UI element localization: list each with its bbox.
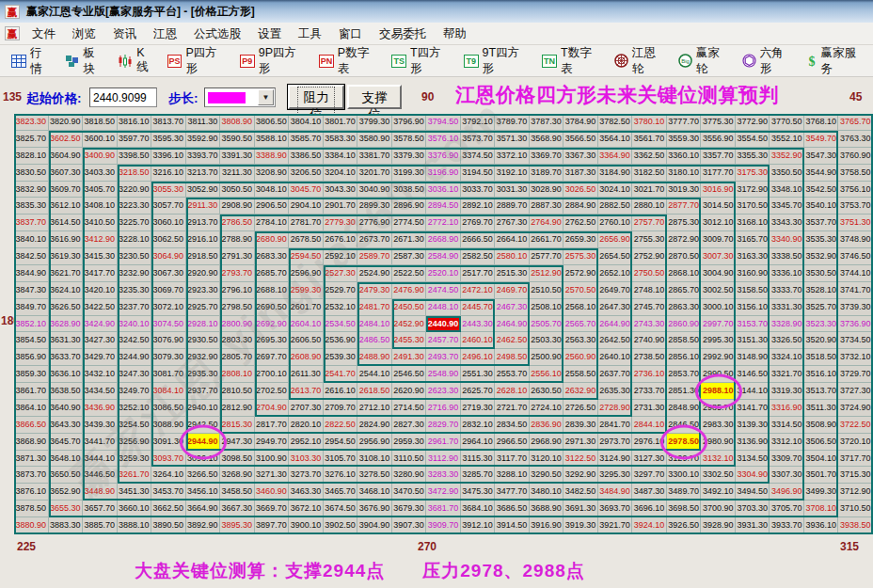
grid-cell: 3480.10 [530, 484, 564, 501]
grid-cell: 3048.10 [255, 182, 290, 199]
toolbar-item-3[interactable]: K线 [112, 43, 161, 78]
grid-cell: 3777.70 [667, 114, 702, 131]
grid-cell: 3916.90 [530, 517, 564, 534]
toolbar-item-12[interactable]: 六角形 [737, 42, 801, 80]
grid-cell: 3468.10 [357, 484, 392, 501]
grid-cell: 3427.30 [83, 332, 118, 349]
grid-cell: 3177.70 [701, 165, 736, 182]
grid-cell: 3225.70 [118, 215, 152, 231]
grid-cell: 3830.50 [14, 165, 49, 182]
grid-cell: 2884.90 [563, 198, 598, 215]
grid-cell: 2748.10 [632, 282, 667, 299]
step-dropdown[interactable]: ▼ [204, 87, 276, 107]
grid-cell: 2697.70 [255, 349, 290, 366]
toolbar-item-4[interactable]: PSP四方形 [162, 42, 234, 80]
grid-cell: 2676.10 [324, 231, 358, 248]
grid-cell: 2486.50 [357, 332, 392, 349]
grid-cell: 3664.90 [186, 501, 221, 517]
toolbar-item-2[interactable]: 板块 [59, 42, 113, 80]
grid-cell: 2978.50 [667, 434, 702, 451]
grid-cell: 2930.50 [186, 332, 221, 349]
toolbar-item-5[interactable]: P99P四方形 [234, 42, 313, 80]
grid-cell: 2772.10 [426, 215, 461, 231]
resistance-button[interactable]: 阻力位 [288, 85, 344, 109]
toolbar-item-10[interactable]: 江恩轮 [609, 42, 673, 80]
grid-cell: 2512.90 [530, 265, 564, 282]
grid-cell: 2971.30 [563, 434, 598, 451]
page-title: 江恩价格四方形未来关键位测算预判 [455, 82, 779, 108]
grid-cell: 2942.50 [186, 417, 221, 434]
grid-cell: 3650.50 [49, 467, 84, 484]
grid-cell: 3614.50 [49, 215, 84, 231]
toolbar-item-9[interactable]: TNT数字表 [536, 42, 609, 80]
menu-item-10[interactable]: 帮助 [435, 24, 475, 43]
grid-cell: 3141.70 [736, 400, 770, 417]
toolbar-item-6[interactable]: PNP数字表 [313, 42, 386, 80]
grid-cell: 3909.70 [426, 517, 461, 534]
grid-cell: 3165.70 [736, 231, 770, 248]
toolbar-item-7[interactable]: TST四方形 [386, 42, 458, 80]
grid-cell: 3513.70 [804, 383, 839, 400]
grid-cell: 3232.90 [118, 265, 152, 282]
grid-cell: 3129.70 [667, 451, 702, 468]
grid-cell: 3110.50 [392, 451, 427, 468]
dropdown-arrow-icon[interactable]: ▼ [258, 89, 274, 105]
grid-cell: 3688.90 [530, 501, 564, 517]
grid-cell: 2580.10 [495, 248, 530, 265]
grid-cell: 3566.50 [563, 131, 598, 148]
grid-cell: 3607.30 [49, 165, 84, 182]
grid-cell: 3326.50 [770, 332, 804, 349]
grid-cell: 2460.10 [461, 332, 496, 349]
menu-item-4[interactable]: 江恩 [145, 24, 185, 43]
angle-label-315: 315 [840, 540, 859, 553]
grid-cell: 3309.70 [770, 451, 804, 468]
grid-cell: 2570.50 [563, 282, 598, 299]
grid-cell: 3254.50 [118, 417, 152, 434]
grid-cell: 2563.30 [563, 332, 598, 349]
grid-cell: 2527.30 [324, 265, 358, 282]
toolbar-item-13[interactable]: $赢家服务 [801, 42, 873, 80]
grid-cell: 3460.90 [255, 484, 290, 501]
grid-cell: 3295.30 [598, 467, 633, 484]
grid-cell: 3842.50 [14, 248, 49, 265]
grid-cell: 3386.50 [289, 148, 324, 165]
toolbar-item-1[interactable]: 行情 [6, 42, 59, 80]
menu-item-5[interactable]: 公式选股 [185, 24, 249, 43]
grid-cell: 3163.30 [736, 248, 770, 265]
grid-cell: 2524.90 [357, 265, 392, 282]
grid-cell: 2594.50 [289, 248, 324, 265]
grid-cell: 3854.50 [14, 332, 49, 349]
grid-cell: 3045.70 [289, 182, 324, 199]
start-price-input[interactable] [89, 87, 157, 107]
grid-cell: 3439.30 [83, 417, 118, 434]
menu-item-3[interactable]: 资讯 [104, 24, 145, 43]
grid-cell: 3244.90 [118, 349, 152, 366]
toolbar-item-8[interactable]: T99T四方形 [458, 42, 536, 80]
menu-logo-icon: 赢 [5, 26, 20, 40]
grid-cell: 2702.50 [255, 383, 290, 400]
grid-cell: 3345.70 [770, 198, 804, 215]
grid-cell: 3919.30 [563, 517, 598, 534]
menu-item-7[interactable]: 工具 [290, 24, 330, 43]
grid-cell: 2688.10 [255, 282, 290, 299]
grid-cell: 2541.70 [324, 366, 358, 383]
grid-cell: 3542.50 [804, 182, 839, 199]
grid-cell: 2625.70 [461, 383, 496, 400]
grid-cell: 3722.50 [838, 417, 873, 434]
grid-cell: 3148.90 [736, 349, 770, 366]
menu-item-9[interactable]: 交易委托 [371, 24, 435, 43]
grid-cell: 3931.30 [736, 517, 770, 534]
menu-item-6[interactable]: 设置 [249, 24, 290, 43]
ts-badge-icon: TS [391, 55, 406, 68]
grid-cell: 3300.10 [667, 467, 702, 484]
menu-item-2[interactable]: 浏览 [64, 24, 104, 43]
menu-item-1[interactable]: 文件 [24, 24, 64, 43]
menu-item-8[interactable]: 窗口 [330, 24, 371, 43]
grid-cell: 3619.30 [49, 248, 84, 265]
grid-cell: 2956.90 [357, 434, 392, 451]
toolbar-item-11[interactable]: Big赢家轮 [673, 42, 737, 80]
grid-cell: 3139.30 [736, 417, 770, 434]
grid-cell: 2968.90 [530, 434, 564, 451]
grid-cell: 3456.10 [186, 484, 221, 501]
support-button[interactable]: 支撑位 [347, 85, 402, 109]
